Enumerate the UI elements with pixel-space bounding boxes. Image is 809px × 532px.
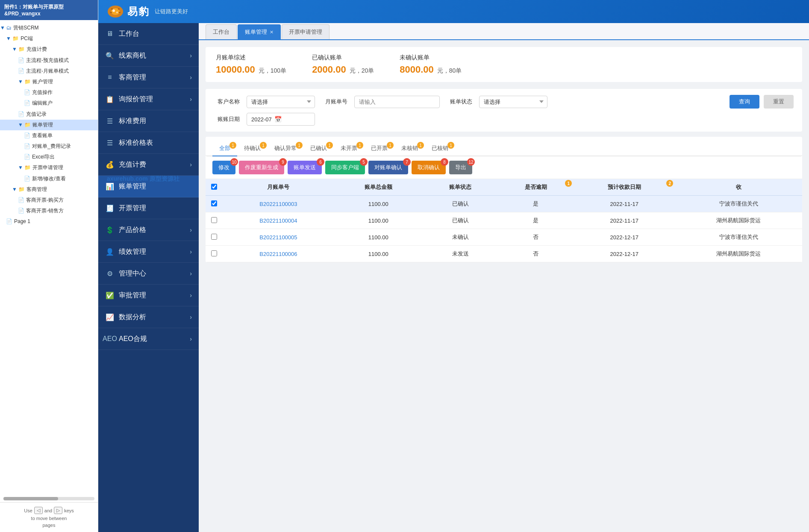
send-button[interactable]: 账单发送6: [288, 161, 322, 174]
row-checkbox-1[interactable]: [211, 200, 217, 206]
filter-row-1: 客户名称 请选择 月账单号 账单状态 请选择 查询 重置: [214, 95, 794, 109]
tree-item-11[interactable]: 📄 查看账单: [0, 130, 98, 141]
tab-invoice-apply[interactable]: 开票申请管理: [282, 24, 329, 39]
col-header-total-amount: 账单总金额: [334, 179, 423, 196]
bill-status-select[interactable]: 请选择: [479, 96, 547, 108]
tree-item-15[interactable]: 📄 新增/修改/查看: [0, 173, 98, 184]
row-checkbox-3[interactable]: [211, 234, 217, 240]
tree-item-16[interactable]: ▼ 📁 客商管理: [0, 184, 98, 195]
sidebar-label-analytics: 数据分析: [119, 313, 190, 322]
overdue-4: 否: [498, 246, 574, 262]
query-button[interactable]: 查询: [730, 95, 759, 109]
tree-item-8[interactable]: 📄 编辑账户: [0, 98, 98, 109]
sidebar-item-recharge[interactable]: 💰充值计费›: [98, 154, 199, 176]
sidebar-label-customers: 客商管理: [119, 73, 190, 82]
tree-item-label-9: 充值记录: [26, 110, 47, 118]
date-picker[interactable]: 2022-07 📅: [247, 113, 315, 126]
next-key[interactable]: ▷: [54, 507, 62, 514]
data-table: 月账单号账单总金额账单状态是否逾期1预计收款日期2收 B202211000031…: [206, 179, 802, 262]
tree-item-1[interactable]: ▼ 🗂 营销SCRM: [0, 23, 98, 33]
sidebar-icon-workbench: 🖥: [105, 29, 115, 38]
tab-workbench[interactable]: 工作台: [206, 24, 237, 39]
sidebar-label-recharge: 充值计费: [119, 160, 190, 169]
prev-key[interactable]: ◁: [34, 507, 43, 514]
sidebar-arrow-aeo: ›: [190, 335, 192, 342]
status-tab-uninvoiced[interactable]: 未开票1: [334, 141, 364, 156]
tree-item-14[interactable]: ▼ 📁 开票申请管理: [0, 162, 98, 173]
sidebar-item-product-price[interactable]: 💲产品价格›: [98, 219, 199, 241]
edit-button[interactable]: 修改10: [212, 161, 235, 174]
sidebar-item-analytics[interactable]: 📈数据分析›: [98, 306, 199, 328]
status-tab-invoiced[interactable]: 已开票1: [364, 141, 394, 156]
sidebar-item-performance[interactable]: 👤绩效管理›: [98, 241, 199, 263]
status-tab-all[interactable]: 全部1: [212, 141, 237, 156]
status-tab-pending[interactable]: 待确认1: [237, 141, 268, 156]
customer-select[interactable]: 请选择: [247, 96, 315, 108]
sidebar-item-customers[interactable]: ≡客商管理›: [98, 67, 199, 88]
tab-close-billing[interactable]: ✕: [270, 29, 274, 35]
sidebar-item-leads[interactable]: 🔍线索商机›: [98, 45, 199, 67]
sidebar-arrow-customers: ›: [190, 74, 192, 81]
confirm-badge: 7: [403, 158, 411, 166]
sidebar-item-workbench[interactable]: 🖥工作台: [98, 23, 199, 45]
reset-button[interactable]: 重置: [764, 95, 794, 109]
sync-button[interactable]: 同步客户端5: [325, 161, 365, 174]
sidebar-arrow-analytics: ›: [190, 314, 192, 320]
sidebar-item-billing[interactable]: 📊账单管理: [98, 176, 199, 197]
bill-no-link-1[interactable]: B20221100003: [259, 201, 297, 207]
sidebar-arrow-recharge: ›: [190, 161, 192, 168]
status-tab-unwritten[interactable]: 未核销1: [394, 141, 425, 156]
bill-no-link-2[interactable]: B20221100004: [259, 218, 297, 224]
tab-billing[interactable]: 账单管理✕: [238, 24, 281, 39]
brand-name: 易豹: [127, 5, 150, 18]
tree-item-7[interactable]: 📄 充值操作: [0, 87, 98, 98]
status-tab-abnormal[interactable]: 确认异常1: [268, 141, 303, 156]
status-tab-written[interactable]: 已核销1: [425, 141, 455, 156]
tree-item-5[interactable]: 📄 主流程-月账单模式: [0, 66, 98, 76]
tree-item-label-6: 账户管理: [32, 78, 53, 86]
confirm-button[interactable]: 对账单确认7: [368, 161, 408, 174]
tree-item-10[interactable]: ▼ 📁 账单管理: [0, 120, 98, 130]
export-button[interactable]: 导出12: [449, 161, 472, 174]
select-all-checkbox[interactable]: [211, 184, 217, 190]
sidebar-item-aeo[interactable]: AEOAEO合规›: [98, 328, 199, 350]
sidebar-item-management[interactable]: ⚙管理中心›: [98, 263, 199, 285]
svg-point-6: [110, 12, 112, 13]
total-amount-1: 1100.00: [334, 196, 423, 212]
sidebar-label-billing: 账单管理: [119, 182, 192, 191]
bill-no-link-3[interactable]: B20221100005: [259, 234, 297, 241]
cancel-confirm-button[interactable]: 取消确认8: [412, 161, 446, 174]
tree-item-label-18: 客商开票-销售方: [26, 207, 64, 215]
tree-item-3[interactable]: ▼ 📁 充值计费: [0, 44, 98, 55]
summary-confirmed-label: 已确认账单: [312, 54, 374, 62]
sidebar-icon-product-price: 💲: [105, 225, 115, 235]
tree-item-19[interactable]: 📄 Page 1: [0, 216, 98, 227]
tree-item-12[interactable]: 📄 对账单_费用记录: [0, 141, 98, 152]
sidebar-icon-management: ⚙: [105, 269, 115, 278]
receiver-1: 宁波市谨信关代: [675, 196, 802, 212]
tree-item-4[interactable]: 📄 主流程-预充值模式: [0, 55, 98, 66]
cancel-regen-button[interactable]: 作废重新生成9: [239, 161, 284, 174]
row-checkbox-2[interactable]: [211, 217, 217, 223]
sidebar-item-standard-fee[interactable]: ☰标准费用: [98, 110, 199, 132]
sidebar-item-invoice[interactable]: 🧾开票管理: [98, 197, 199, 219]
status-tab-confirmed[interactable]: 已确认1: [303, 141, 334, 156]
sidebar-arrow-performance: ›: [190, 248, 192, 255]
bill-no-input[interactable]: [354, 96, 440, 108]
tree-item-18[interactable]: 📄 客商开票-销售方: [0, 206, 98, 216]
tree-item-label-10: 账单管理: [32, 121, 53, 129]
sidebar-item-standard-price[interactable]: ☰标准价格表: [98, 132, 199, 154]
sidebar-item-approval[interactable]: ✅审批管理›: [98, 285, 199, 306]
tree-item-6[interactable]: ▼ 📁 账户管理: [0, 76, 98, 87]
tree-item-13[interactable]: 📄 Excel导出: [0, 152, 98, 162]
tree-item-2[interactable]: ▼ 📁 PC端: [0, 33, 98, 44]
sidebar-label-approval: 审批管理: [119, 291, 190, 300]
tree-item-9[interactable]: 📄 充值记录: [0, 109, 98, 120]
sidebar-item-inquiry[interactable]: 📋询报价管理›: [98, 88, 199, 110]
bill-no-link-4[interactable]: B20221100006: [259, 251, 297, 257]
tree-item-label-19: Page 1: [14, 218, 30, 226]
row-checkbox-4[interactable]: [211, 250, 217, 256]
scrollbar[interactable]: [3, 497, 94, 500]
scrollbar-thumb: [3, 497, 58, 500]
tree-item-17[interactable]: 📄 客商开票-购买方: [0, 195, 98, 206]
